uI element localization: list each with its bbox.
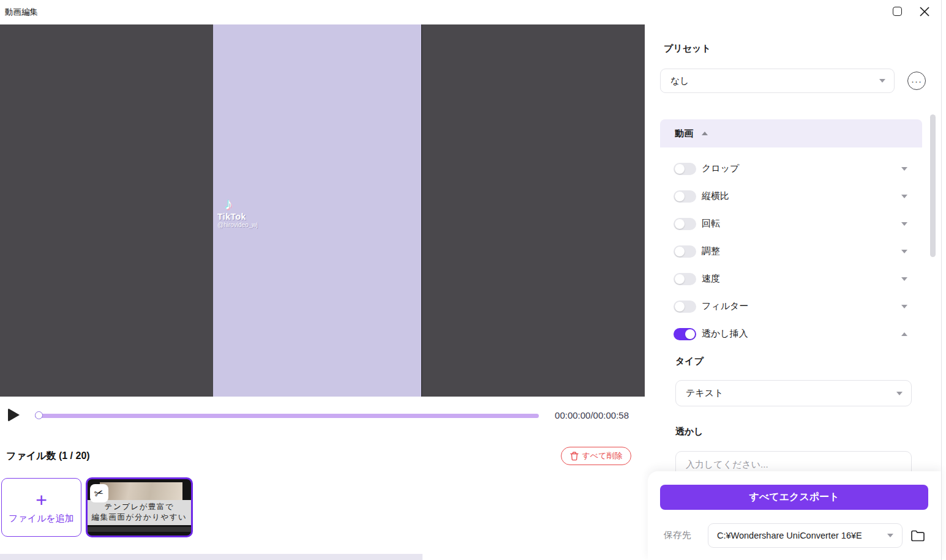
watermark-handle: @hirovideo_wj — [217, 222, 258, 228]
play-button[interactable] — [8, 408, 23, 423]
toggle-label: 透かし挿入 — [702, 328, 901, 340]
video-frame[interactable]: ♪ TikTok @hirovideo_wj — [213, 24, 422, 397]
toggle-row-rotate: 回転 — [660, 210, 922, 237]
toggle-label: 回転 — [702, 218, 901, 230]
scissors-icon: ✂ — [93, 485, 105, 501]
watermark-label: 透かし — [675, 426, 704, 438]
close-icon — [918, 5, 931, 18]
time-display: 00:00:00/00:00:58 — [555, 410, 629, 420]
open-folder-button[interactable] — [910, 528, 926, 543]
toggle-row-watermark: 透かし挿入 — [660, 320, 922, 348]
toggle-row-speed: 速度 — [660, 265, 922, 293]
plus-icon: + — [36, 491, 47, 509]
chevron-down-icon — [896, 392, 903, 395]
thumbnail-caption: テンプレが豊富で 編集画面が分かりやすい — [86, 500, 193, 525]
chevron-down-icon[interactable] — [901, 305, 907, 308]
chevron-down-icon[interactable] — [901, 195, 907, 198]
save-destination-label: 保存先 — [664, 529, 691, 541]
chevron-up-icon — [702, 132, 708, 135]
chevron-up-icon[interactable] — [901, 332, 907, 336]
tiktok-note-icon: ♪ — [225, 196, 258, 212]
caption-line-2: 編集画面が分かりやすい — [86, 512, 193, 523]
toggle-label: 調整 — [702, 245, 901, 257]
delete-all-label: すべて削除 — [582, 450, 623, 461]
delete-all-button[interactable]: すべて削除 — [561, 447, 631, 465]
preset-dropdown[interactable]: なし — [660, 69, 895, 93]
adjust-toggle[interactable] — [674, 245, 696, 258]
toggle-label: 縦横比 — [702, 190, 901, 202]
save-path-dropdown[interactable]: C:¥Wondershare UniConverter 16¥E — [708, 523, 903, 548]
crop-toggle[interactable] — [674, 163, 696, 175]
add-file-button[interactable]: + ファイルを追加 — [1, 478, 81, 537]
horizontal-scrollbar[interactable] — [0, 554, 422, 560]
thumbnail-strip — [88, 527, 191, 532]
playback-controls: 00:00:00/00:00:58 — [0, 397, 645, 435]
toggle-label: クロップ — [702, 163, 901, 174]
toggle-row-aspect-ratio: 縦横比 — [660, 182, 922, 210]
chevron-down-icon[interactable] — [901, 167, 907, 171]
preset-label: プリセット — [664, 43, 711, 54]
section-title: 動画 — [675, 128, 693, 140]
folder-icon — [910, 528, 926, 543]
title-bar: 動画編集 — [0, 0, 946, 24]
toggle-row-adjust: 調整 — [660, 237, 922, 265]
video-preview-area: ♪ TikTok @hirovideo_wj — [0, 24, 645, 397]
save-path-value: C:¥Wondershare UniConverter 16¥E — [708, 531, 882, 540]
type-dropdown[interactable]: テキスト — [675, 380, 912, 406]
file-count-label: ファイル数 (1 / 20) — [6, 450, 90, 463]
chevron-down-icon[interactable] — [901, 277, 907, 281]
caption-line-1: テンプレが豊富で — [86, 502, 193, 512]
export-all-button[interactable]: すべてエクスポート — [660, 485, 928, 510]
chevron-down-icon — [887, 534, 893, 537]
seek-thumb[interactable] — [35, 411, 43, 419]
chevron-down-icon[interactable] — [901, 222, 907, 226]
vertical-scrollbar[interactable] — [930, 114, 936, 257]
save-destination-row: 保存先 C:¥Wondershare UniConverter 16¥E — [648, 522, 941, 549]
video-settings-section: 動画 クロップ 縦横比 回転 調整 速度 — [660, 119, 922, 477]
ellipsis-icon: ··· — [911, 76, 922, 86]
export-bar: すべてエクスポート 保存先 C:¥Wondershare UniConverte… — [648, 471, 941, 560]
maximize-icon — [893, 7, 902, 16]
toggle-row-crop: クロップ — [660, 155, 922, 182]
rotate-toggle[interactable] — [674, 218, 696, 230]
window-title: 動画編集 — [5, 7, 38, 18]
watermark-brand: TikTok — [217, 212, 258, 222]
seek-slider[interactable] — [35, 414, 539, 418]
filter-toggle[interactable] — [674, 301, 696, 313]
type-value: テキスト — [676, 387, 892, 399]
close-button[interactable] — [918, 5, 931, 18]
chevron-down-icon[interactable] — [901, 250, 907, 253]
watermark-toggle[interactable] — [674, 328, 696, 340]
speed-toggle[interactable] — [674, 273, 696, 285]
aspect-ratio-toggle[interactable] — [674, 190, 696, 203]
window-edge — [941, 0, 942, 560]
add-file-label: ファイルを追加 — [9, 513, 74, 525]
toggle-row-filter: フィルター — [660, 293, 922, 320]
tiktok-watermark: ♪ TikTok @hirovideo_wj — [217, 196, 258, 228]
toggle-label: 速度 — [702, 273, 901, 285]
play-icon — [8, 408, 20, 422]
video-section-header[interactable]: 動画 — [660, 119, 922, 147]
type-label: タイプ — [675, 356, 704, 367]
trash-icon — [570, 452, 579, 461]
file-thumbnail[interactable]: テンプレが豊富で 編集画面が分かりやすい ✂ — [86, 477, 193, 537]
trim-badge[interactable]: ✂ — [90, 484, 108, 502]
preset-value: なし — [661, 75, 874, 87]
toggle-label: フィルター — [702, 301, 901, 312]
chevron-down-icon — [879, 79, 885, 83]
maximize-button[interactable] — [891, 6, 903, 18]
preset-more-button[interactable]: ··· — [907, 72, 926, 90]
